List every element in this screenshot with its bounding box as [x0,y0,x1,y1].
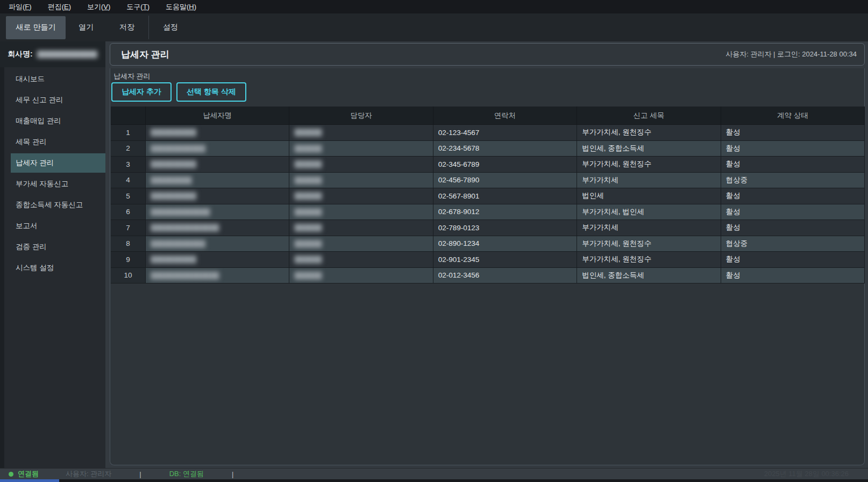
bottom-blue-indicator [0,479,59,482]
taxpayer-name-cell[interactable]: █████████ [146,173,289,189]
new-button[interactable]: 새로 만들기 [6,16,66,39]
sidebar-item-dashboard[interactable]: 대시보드 [11,69,105,89]
tax-items-cell[interactable]: 법인세, 종합소득세 [577,141,721,157]
contract-status-cell[interactable]: 활성 [721,157,865,173]
menu-tools[interactable]: 도구(T) [124,1,152,13]
manager-cell[interactable]: ██████ [289,173,433,189]
sidebar-item-income-tax-autoreport[interactable]: 종합소득세 자동신고 [11,195,105,215]
taxpayer-name-cell[interactable]: ████████████ [146,236,289,252]
sidebar-item-vat-autoreport[interactable]: 부가세 자동신고 [11,174,105,194]
row-number-cell[interactable]: 9 [111,252,146,268]
menu-bar: 파일(F) 편집(E) 보기(V) 도구(T) 도움말(H) [0,0,868,13]
column-header-3[interactable]: 연락처 [433,107,577,125]
row-number-cell[interactable]: 10 [111,268,146,284]
contract-status-cell[interactable]: 활성 [721,252,865,268]
taxpayer-name-cell[interactable]: ███████████████ [146,220,289,236]
manager-cell-redacted: ██████ [294,176,322,184]
phone-cell[interactable]: 02-123-4567 [433,125,577,141]
menu-help[interactable]: 도움말(H) [163,1,198,13]
taxpayer-name-cell[interactable]: ███████████████ [146,268,289,284]
column-header-5[interactable]: 계약 상태 [721,107,865,125]
add-taxpayer-button[interactable]: 납세자 추가 [111,82,172,102]
settings-button[interactable]: 설정 [150,16,191,39]
contract-status-cell[interactable]: 활성 [721,220,865,236]
phone-cell[interactable]: 02-456-7890 [433,173,577,189]
menu-file[interactable]: 파일(F) [6,1,34,13]
tax-items-cell[interactable]: 부가가치세, 법인세 [577,204,721,221]
phone-cell[interactable]: 02-567-8901 [433,188,577,204]
page-title: 납세자 관리 [110,48,169,61]
manager-cell-redacted: ██████ [294,224,322,231]
open-button[interactable]: 열기 [66,16,106,39]
manager-cell[interactable]: ██████ [289,236,433,252]
phone-cell[interactable]: 02-012-3456 [433,268,577,284]
tax-items-cell[interactable]: 부가가치세, 원천징수 [577,157,721,173]
manager-cell[interactable]: ██████ [289,268,433,284]
manager-cell-redacted: ██████ [294,256,322,263]
menu-edit-key: E [64,3,69,11]
sidebar-item-reports[interactable]: 보고서 [11,216,105,236]
contract-status-cell[interactable]: 활성 [721,141,865,157]
row-number-cell[interactable]: 2 [111,141,146,157]
tax-items-cell[interactable]: 부가가치세 [577,173,721,189]
contract-status-cell[interactable]: 활성 [721,204,865,221]
phone-cell[interactable]: 02-678-9012 [433,204,577,221]
taxpayer-name-cell[interactable]: ██████████ [146,157,289,173]
phone-cell[interactable]: 02-234-5678 [433,141,577,157]
row-number-cell[interactable]: 4 [111,173,146,189]
tax-items-cell[interactable]: 부가가치세 [577,220,721,236]
phone-cell[interactable]: 02-789-0123 [433,220,577,236]
sidebar-item-tax-item-mgmt[interactable]: 세목 관리 [11,132,105,152]
contract-status-cell[interactable]: 활성 [721,188,865,204]
sidebar-item-taxpayer-mgmt[interactable]: 납세자 관리 [11,153,105,173]
tax-items-cell[interactable]: 법인세 [577,188,721,204]
delete-selected-button[interactable]: 선택 항목 삭제 [176,82,246,102]
sidebar-item-validation-mgmt[interactable]: 검증 관리 [11,237,105,257]
taxpayer-name-cell-redacted: ████████████ [151,240,205,247]
column-header-1[interactable]: 납세자명 [146,107,289,125]
column-header-4[interactable]: 신고 세목 [577,107,721,125]
taxpayer-name-cell[interactable]: ██████████ [146,252,289,268]
sidebar-item-system-settings[interactable]: 시스템 설정 [11,258,105,278]
row-number-cell[interactable]: 5 [111,188,146,204]
phone-cell[interactable]: 02-345-6789 [433,157,577,173]
taxpayer-name-cell[interactable]: █████████████ [146,204,289,221]
column-header-2[interactable]: 담당자 [289,107,433,125]
phone-cell[interactable]: 02-901-2345 [433,252,577,268]
sidebar-item-sales-purchase-mgmt[interactable]: 매출매입 관리 [11,111,105,131]
tax-items-cell[interactable]: 법인세, 종합소득세 [577,268,721,284]
contract-status-cell[interactable]: 협상중 [721,173,865,189]
menu-view[interactable]: 보기(V) [85,1,112,13]
menu-tools-close: ) [147,3,150,11]
manager-cell[interactable]: ██████ [289,252,433,268]
row-number-cell[interactable]: 8 [111,236,146,252]
contract-status-cell[interactable]: 활성 [721,125,865,141]
row-number-cell[interactable]: 6 [111,204,146,221]
contract-status-cell[interactable]: 협상중 [721,236,865,252]
manager-cell[interactable]: ██████ [289,220,433,236]
taxpayer-name-cell[interactable]: ████████████ [146,141,289,157]
row-number-cell[interactable]: 3 [111,157,146,173]
toolbar-separator [148,16,149,39]
manager-cell[interactable]: ██████ [289,125,433,141]
tax-items-cell[interactable]: 부가가치세, 원천징수 [577,236,721,252]
row-number-cell[interactable]: 7 [111,220,146,236]
contract-status-cell[interactable]: 활성 [721,268,865,284]
taxpayer-name-cell-redacted: █████████████ [151,208,210,216]
column-header-0[interactable] [111,107,146,125]
manager-cell[interactable]: ██████ [289,157,433,173]
row-number-cell[interactable]: 1 [111,125,146,141]
save-button[interactable]: 저장 [106,16,147,39]
phone-cell[interactable]: 02-890-1234 [433,236,577,252]
tax-items-cell[interactable]: 부가가치세, 원천징수 [577,125,721,141]
taxpayer-name-cell[interactable]: ██████████ [146,188,289,204]
manager-cell[interactable]: ██████ [289,188,433,204]
taxpayer-name-cell[interactable]: ██████████ [146,125,289,141]
menu-edit[interactable]: 편집(E) [46,1,73,13]
sidebar-item-tax-report-mgmt[interactable]: 세무 신고 관리 [11,90,105,110]
tax-items-cell[interactable]: 부가가치세, 원천징수 [577,252,721,268]
menu-help-text: 도움말( [166,3,189,11]
manager-cell[interactable]: ██████ [289,141,433,157]
manager-cell[interactable]: ██████ [289,204,433,221]
manager-cell-redacted: ██████ [294,208,322,216]
